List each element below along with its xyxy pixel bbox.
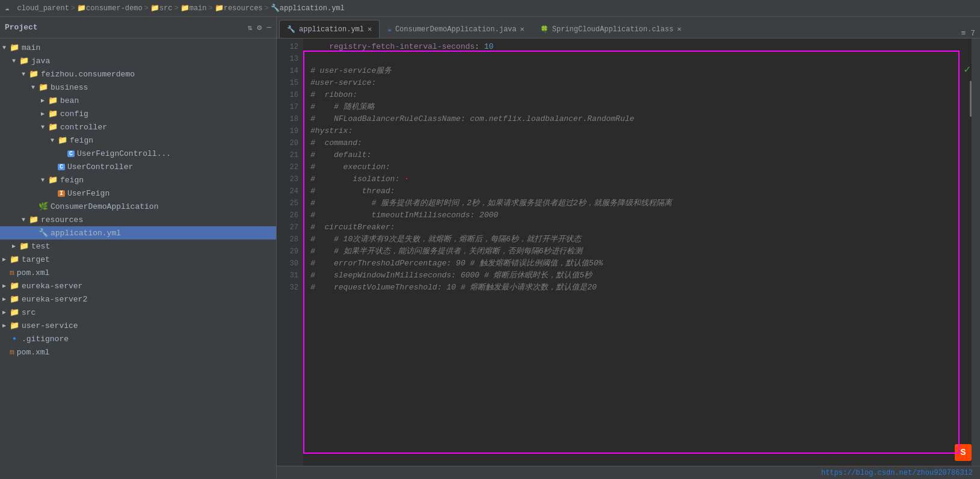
tree-label-feign2: feign [60,176,84,185]
tab-java-icon: ☕ [387,25,392,33]
tree-item-main[interactable]: ▼ 📁 main [0,41,276,54]
code-line-26: # timeoutInMilliseconds: 2000 [310,209,972,221]
bc-main[interactable]: main [190,4,207,13]
bc-folder-icon3: 📁 [180,4,190,13]
tab-spring-cloud-application[interactable]: 🍀 SpringCloudApplication.class ✕ [532,20,689,38]
tree-item-feizhou[interactable]: ▼ 📁 feizhou.consumerdemo [0,67,276,81]
tree-item-pom1[interactable]: m pom.xml [0,266,276,279]
tree-item-bean[interactable]: ▶ 📁 bean [0,94,276,107]
bc-src[interactable]: src [159,4,173,13]
tree-item-java[interactable]: ▼ 📁 java [0,54,276,67]
code-line-15: #user-service: [310,77,972,89]
spring-icon: 🌿 [39,202,48,211]
editor-content[interactable]: 12 13 14 15 16 17 18 19 20 21 22 23 24 2… [277,39,980,466]
code-line-21: # default: [310,149,972,161]
code-editor[interactable]: registry-fetch-interval-seconds: 10 # us… [303,39,972,466]
settings-icon[interactable]: ⚙ [257,23,262,32]
arrow-config: ▶ [41,110,48,117]
arrow-usercontroller [51,164,58,170]
tree-label-usercontroller: UserController [67,162,133,172]
tab-close-application-yml[interactable]: ✕ [368,25,372,34]
tree-item-eureka-server2[interactable]: ▶ 📁 eureka-server2 [0,292,276,306]
code-line-12: registry-fetch-interval-seconds: 10 [310,41,972,53]
bc-cloud-parent[interactable]: cloud_parent [17,4,69,13]
code-line-19: #hystrix: [310,125,972,137]
java-c-icon1: C [67,150,75,157]
editor-area: 🔧 application.yml ✕ ☕ ConsumerDemoApplic… [277,17,980,479]
tree-label-userfeign: UserFeign [67,189,109,198]
arrow-gitignore [2,336,10,342]
tab-bar-right: ≡ 7 [961,29,980,38]
tree-item-consumerdemoapp[interactable]: 🌿 ConsumerDemoApplication [0,200,276,213]
tree-label-userfeigncontroll: UserFeignControll... [77,149,171,158]
tab-label-application-yml: application.yml [299,25,364,34]
tab-label-consumer-demo: ConsumerDemoApplication.java [395,25,517,34]
tree-item-test[interactable]: ▶ 📁 test [0,240,276,253]
minimize-icon[interactable]: — [267,23,271,32]
collapse-all-icon[interactable]: ⇅ [248,23,253,32]
folder-config-icon: 📁 [48,109,58,119]
tree-label-pom1: pom.xml [17,268,50,277]
bc-yaml-icon: 🔧 [271,4,280,13]
tree-label-application-yml: application.yml [51,229,121,238]
tree-label-java: java [31,57,50,66]
tree-item-target[interactable]: ▶ 📁 target [0,253,276,266]
tree-item-application-yml[interactable]: 🔧 application.yml [0,226,276,240]
tree-item-userfeigncontroll[interactable]: C UserFeignControll... [0,147,276,160]
tab-close-spring-cloud[interactable]: ✕ [677,25,681,34]
tab-label-spring-cloud: SpringCloudApplication.class [552,25,674,34]
bc-resources[interactable]: resources [224,4,263,13]
csdn-badge: S [955,444,972,461]
sidebar-title: Project [5,23,38,32]
tree-item-pom2[interactable]: m pom.xml [0,345,276,359]
arrow-java: ▼ [12,58,19,64]
folder-feign2-icon: 📁 [48,175,58,185]
java-c-icon2: C [58,164,65,170]
bc-folder-icon2: 📁 [150,4,159,13]
tree-item-feign2[interactable]: ▼ 📁 feign [0,173,276,187]
arrow-feign1: ▼ [51,137,58,144]
tree-item-user-service[interactable]: ▶ 📁 user-service [0,319,276,332]
tree-item-feign1[interactable]: ▼ 📁 feign [0,134,276,147]
arrow-pom2 [2,349,10,356]
tree-label-controller: controller [60,123,107,132]
sidebar-header: Project ⇅ ⚙ — [0,17,276,39]
bc-application-yml[interactable]: application.yml [280,4,345,13]
tree-label-config: config [60,110,88,119]
code-line-14: # user-service服务 [310,65,972,77]
tree-item-src[interactable]: ▶ 📁 src [0,306,276,319]
tree-item-eureka-server[interactable]: ▶ 📁 eureka-server [0,279,276,292]
tree-item-gitignore[interactable]: 🔹 .gitignore [0,332,276,345]
tree-item-config[interactable]: ▶ 📁 config [0,107,276,120]
tree-label-feizhou: feizhou.consumerdemo [41,70,135,79]
code-line-22: # execution: [310,161,972,173]
tree-label-feign1: feign [70,136,93,145]
code-line-28: # # 10次请求有9次是失败，就熔断，熔断后，每隔6秒，就打开半开状态 [310,233,972,246]
tree-item-usercontroller[interactable]: C UserController [0,160,276,173]
bc-consumer-demo[interactable]: consumer-demo [86,4,143,13]
folder-main-icon: 📁 [10,43,19,52]
status-url[interactable]: https://blog.csdn.net/zhou920786312 [821,469,973,477]
arrow-eureka-server: ▶ [2,282,10,289]
tree-item-userfeign[interactable]: I UserFeign [0,187,276,200]
scroll-indicator[interactable] [970,81,972,117]
code-line-31: # sleepWindowInMilliseconds: 6000 # 熔断后休… [310,270,972,282]
tree-item-resources[interactable]: ▼ 📁 resources [0,213,276,226]
tree-label-test: test [31,242,50,251]
tab-bar: 🔧 application.yml ✕ ☕ ConsumerDemoApplic… [277,17,980,39]
tab-consumer-demo-application[interactable]: ☕ ConsumerDemoApplication.java ✕ [380,20,532,38]
arrow-userfeign [51,190,58,197]
tab-application-yml[interactable]: 🔧 application.yml ✕ [279,20,380,38]
tree-label-src: src [22,308,35,317]
tree-item-controller[interactable]: ▼ 📁 controller [0,120,276,134]
status-bar: https://blog.csdn.net/zhou920786312 [277,466,980,479]
code-line-20: # command: [310,137,972,149]
tab-bar-right-text: ≡ 7 [961,29,975,38]
bc-folder-icon: 📁 [77,4,86,13]
tab-close-consumer-demo[interactable]: ✕ [520,25,525,34]
tree-label-eureka-server: eureka-server [22,282,82,291]
tree-item-business[interactable]: ▼ 📁 business [0,81,276,94]
folder-bean-icon: 📁 [48,96,58,105]
folder-controller-icon: 📁 [48,122,58,132]
check-mark: ✓ [964,63,970,76]
